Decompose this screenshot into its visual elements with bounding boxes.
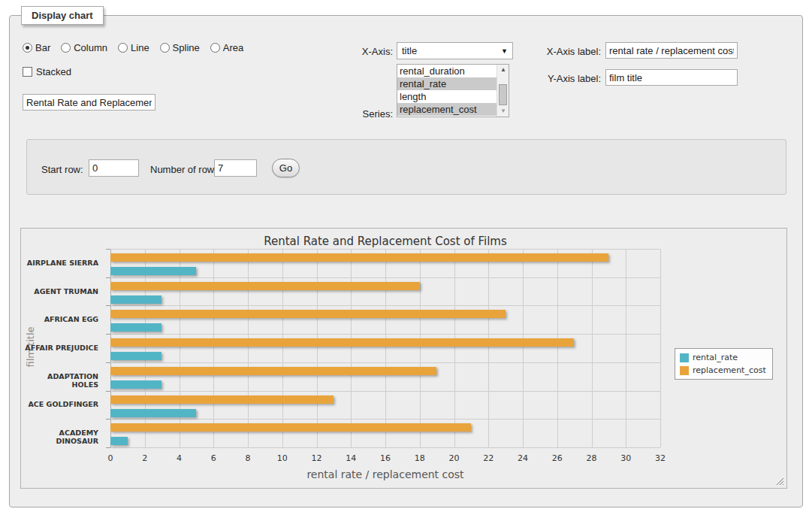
chart-category-band — [110, 305, 660, 334]
x-tick-label: 20 — [449, 453, 460, 463]
category-label: AFFAIR PREJUDICE — [21, 344, 98, 352]
x-tick-label: 18 — [415, 453, 425, 463]
category-label: AGENT TRUMAN — [21, 287, 98, 295]
select-dropdown-icon: ▼ — [501, 47, 508, 55]
x-axis-select-label: X-Axis: — [353, 46, 393, 57]
chart-title-input[interactable] — [23, 94, 155, 111]
category-label: AIRPLANE SIERRA — [21, 259, 98, 267]
chart-type-radio-area[interactable]: Area — [210, 42, 243, 53]
x-tick-label: 16 — [380, 453, 391, 463]
x-tick-label: 32 — [655, 453, 666, 463]
chart-category-band — [110, 362, 660, 391]
x-tick-label: 22 — [483, 453, 494, 463]
bar-rental_rate — [110, 437, 128, 445]
chart-type-radio-label: Line — [131, 42, 149, 53]
scroll-up-icon[interactable]: ▲ — [497, 65, 509, 75]
legend-item-replacement_cost[interactable]: replacement_cost — [680, 365, 766, 375]
x-axis-label-caption: X-Axis label: — [537, 46, 601, 57]
series-options: rental_durationrental_ratelengthreplacem… — [397, 65, 497, 117]
chart-type-radio-group: BarColumnLineSplineArea — [23, 42, 243, 53]
start-row-label: Start row: — [41, 164, 83, 175]
fieldset-legend: Display chart — [21, 6, 104, 25]
scrollbar-thumb[interactable] — [499, 84, 507, 105]
chart-type-radio-line[interactable]: Line — [118, 42, 149, 53]
stacked-checkbox-row[interactable]: Stacked — [23, 66, 71, 77]
bar-rental_rate — [110, 352, 161, 360]
bar-replacement_cost — [110, 395, 334, 404]
x-tick-label: 26 — [552, 453, 563, 463]
x-tick-label: 24 — [518, 453, 528, 463]
chart-category-band — [110, 419, 660, 447]
x-axis-select[interactable]: title ▼ — [397, 42, 513, 59]
x-tick-label: 8 — [246, 453, 251, 463]
y-axis-label-input[interactable] — [605, 69, 738, 86]
bar-replacement_cost — [110, 310, 506, 318]
chart-type-radio-spline[interactable]: Spline — [160, 42, 200, 53]
y-axis-tick — [106, 447, 110, 448]
y-axis-label-caption: Y-Axis label: — [537, 73, 601, 84]
series-listbox-label: Series: — [353, 108, 393, 120]
start-row-input[interactable] — [89, 159, 139, 177]
gridline-horizontal — [110, 447, 660, 448]
bar-replacement_cost — [110, 423, 471, 432]
chart-x-axis-title: rental rate / replacement cost — [110, 468, 660, 480]
radio-button-icon — [23, 43, 32, 53]
gridline-vertical — [660, 249, 661, 447]
x-tick-label: 4 — [177, 453, 182, 463]
bar-replacement_cost — [110, 282, 420, 290]
bar-rental_rate — [110, 267, 196, 275]
x-tick-label: 30 — [620, 453, 631, 463]
num-rows-label: Number of rows: — [150, 164, 222, 175]
legend-item-label: replacement_cost — [693, 365, 766, 375]
bar-rental_rate — [110, 295, 161, 304]
row-range-panel — [26, 139, 786, 195]
go-button[interactable]: Go — [272, 159, 300, 177]
chart-type-radio-bar[interactable]: Bar — [23, 42, 50, 53]
legend-swatch-icon — [680, 353, 689, 362]
radio-button-icon — [61, 43, 71, 53]
x-axis-label-input[interactable] — [605, 42, 738, 59]
chart-x-tick-labels: 02468101214161820222426283032 — [110, 453, 660, 464]
bar-rental_rate — [110, 380, 161, 389]
chart-type-radio-column[interactable]: Column — [61, 42, 107, 53]
series-option-rental_duration[interactable]: rental_duration — [397, 65, 497, 77]
chart-type-radio-label: Bar — [35, 42, 50, 53]
app-window: Display chart BarColumnLineSplineArea St… — [0, 0, 812, 512]
chart-container: Rental Rate and Replacement Cost of Film… — [20, 228, 787, 489]
x-tick-label: 28 — [587, 453, 597, 463]
num-rows-input[interactable] — [214, 159, 257, 177]
radio-button-icon — [160, 43, 170, 53]
stacked-checkbox[interactable] — [23, 67, 32, 77]
chart-category-band — [110, 249, 660, 277]
series-scrollbar[interactable]: ▲ ▼ — [497, 65, 509, 117]
resize-handle-icon[interactable] — [775, 477, 783, 485]
radio-button-icon — [118, 43, 128, 53]
category-label: AFRICAN EGG — [21, 315, 98, 323]
chart-legend: rental_ratereplacement_cost — [675, 348, 773, 380]
series-option-length[interactable]: length — [397, 90, 497, 103]
chart-title: Rental Rate and Replacement Cost of Film… — [110, 235, 660, 248]
bar-rental_rate — [110, 409, 196, 417]
x-tick-label: 2 — [142, 453, 147, 463]
legend-item-label: rental_rate — [693, 353, 738, 362]
category-label: ACADEMY DINOSAUR — [21, 429, 98, 445]
bar-replacement_cost — [110, 338, 574, 347]
bar-replacement_cost — [110, 367, 436, 375]
series-listbox[interactable]: rental_durationrental_ratelengthreplacem… — [397, 64, 509, 117]
chart-category-band — [110, 277, 660, 306]
chart-plot-area — [110, 249, 660, 447]
chart-type-radio-label: Spline — [173, 42, 200, 53]
series-option-replacement_cost[interactable]: replacement_cost — [397, 103, 497, 116]
chart-category-labels: AIRPLANE SIERRAAGENT TRUMANAFRICAN EGGAF… — [21, 249, 104, 447]
chart-category-band — [110, 391, 660, 420]
x-axis-selected-value: title — [402, 45, 417, 56]
legend-swatch-icon — [680, 366, 689, 375]
legend-item-rental_rate[interactable]: rental_rate — [680, 353, 766, 362]
series-option-rental_rate[interactable]: rental_rate — [397, 77, 497, 90]
scroll-down-icon[interactable]: ▼ — [497, 106, 509, 117]
bar-replacement_cost — [110, 253, 608, 262]
x-tick-label: 10 — [277, 453, 288, 463]
bar-rental_rate — [110, 323, 161, 332]
chart-type-radio-label: Column — [74, 42, 107, 53]
chart-type-radio-label: Area — [223, 42, 243, 53]
